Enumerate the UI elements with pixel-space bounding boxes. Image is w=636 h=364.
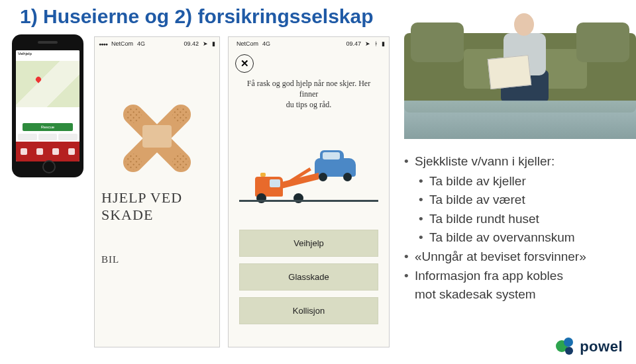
- bullet-line: «Unngår at beviset forsvinner»: [404, 248, 623, 266]
- person-on-sofa: [484, 13, 563, 106]
- signal-icon: [99, 40, 107, 47]
- tow-truck-illustration: [229, 118, 389, 224]
- bullet-sub: Ta bilde av overvannskum: [404, 228, 623, 247]
- list-item-veihjelp[interactable]: Veihjelp: [239, 230, 378, 257]
- bluetooth-icon: ᚼ: [374, 40, 378, 47]
- flood-photo: [404, 0, 636, 139]
- app2-heading: Hjelp ved skade: [101, 189, 219, 224]
- app2-category: Bil: [101, 254, 219, 265]
- phone-screen: Veihjelp Rescue: [16, 50, 80, 161]
- phone-mockup: Veihjelp Rescue: [12, 34, 83, 177]
- carrier-label: NetCom: [111, 40, 133, 47]
- location-icon: ➤: [203, 40, 208, 47]
- phone-screen-header: Veihjelp: [16, 50, 80, 61]
- bullet-sub: Ta bilde rundt huset: [404, 210, 623, 228]
- map-area: [16, 61, 80, 107]
- list-item-kollisjon[interactable]: Kollisjon: [239, 297, 378, 324]
- time-label: 09.42: [184, 40, 199, 47]
- phone-speaker: [38, 41, 58, 44]
- location-icon: ➤: [365, 40, 370, 47]
- app3-description: Få rask og god hjelp når noe skjer. Her …: [242, 78, 376, 111]
- home-button-icon[interactable]: [42, 160, 56, 173]
- battery-icon: ▮: [382, 40, 385, 47]
- rescue-button[interactable]: Rescue: [23, 123, 73, 131]
- tow-truck-icon: [255, 162, 341, 202]
- network-label: 4G: [262, 40, 270, 47]
- powel-logo-text: powel: [580, 338, 623, 355]
- close-icon: ✕: [240, 58, 249, 69]
- bullet-heading: Sjekkliste v/vann i kjeller:: [404, 152, 623, 171]
- status-bar: NetCom 4G 09.42 ➤ ▮: [95, 37, 219, 50]
- status-bar: NetCom 4G 09.47 ➤ ᚼ ▮: [229, 37, 389, 50]
- app-card-hjelp-ved-skade: NetCom 4G 09.42 ➤ ▮ Hjelp ved skade Bil: [94, 36, 220, 347]
- bullet-sub: Ta bilde av været: [404, 191, 623, 209]
- slide-title: 1) Huseierne og 2) forsikringsselskap: [20, 5, 374, 28]
- list-item-glasskade[interactable]: Glasskade: [239, 263, 378, 291]
- bandage-icon: [117, 97, 197, 176]
- bullet-line: Informasjon fra app kobles mot skadesak …: [404, 267, 623, 303]
- bullet-list: Sjekkliste v/vann i kjeller: Ta bilde av…: [404, 152, 623, 304]
- close-button[interactable]: ✕: [235, 54, 254, 73]
- bullet-sub: Ta bilde av kjeller: [404, 172, 623, 191]
- phone-tabbar[interactable]: [16, 142, 80, 161]
- road-line: [239, 200, 378, 202]
- network-label: 4G: [137, 40, 145, 47]
- newspaper-icon: [488, 55, 531, 89]
- battery-icon: ▮: [212, 40, 215, 47]
- flood-water: [404, 101, 636, 139]
- carrier-label: NetCom: [237, 40, 258, 47]
- app-card-bil: NetCom 4G 09.47 ➤ ᚼ ▮ ✕ Få rask og god h…: [228, 36, 390, 347]
- powel-logo: powel: [556, 338, 623, 356]
- segmented-control[interactable]: [18, 134, 78, 140]
- time-label: 09.47: [346, 40, 361, 47]
- powel-logo-icon: [556, 338, 574, 356]
